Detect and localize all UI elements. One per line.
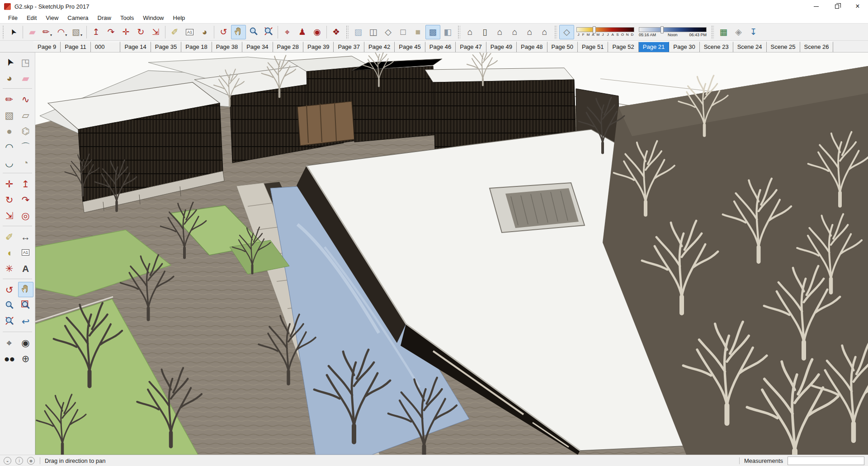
scene-tab-scene-26[interactable]: Scene 26: [800, 42, 834, 52]
arc-tool-button[interactable]: ◠: [2, 139, 17, 154]
position-camera-tool-button[interactable]: ⌖: [2, 335, 17, 350]
previous-view-tool-button[interactable]: ↩: [18, 314, 33, 329]
shadows-toggle-button[interactable]: ◇: [559, 25, 574, 39]
dropdown-arrow-icon[interactable]: ▾: [80, 33, 82, 39]
eraser-tool-button[interactable]: ▰: [25, 25, 40, 39]
style-hidden-line-button[interactable]: □: [396, 25, 410, 39]
rotate-tool-button[interactable]: ↻: [133, 25, 148, 39]
toggle-terrain-button[interactable]: ◈: [731, 25, 746, 39]
orbit-tool-button[interactable]: ↺: [2, 282, 17, 297]
scene-tab-scene-24[interactable]: Scene 24: [733, 42, 767, 52]
scene-tab-page-14[interactable]: Page 14: [120, 42, 151, 52]
three-point-arc-tool-button[interactable]: ◡: [2, 155, 17, 170]
menu-draw[interactable]: Draw: [93, 13, 116, 24]
scene-tab-000[interactable]: 000: [91, 42, 121, 52]
rotated-rectangle-tool-button[interactable]: ▱: [18, 107, 33, 123]
paint-bucket-tool-button[interactable]: ◕: [2, 70, 17, 86]
scene-tab-page-21[interactable]: Page 21: [639, 42, 669, 52]
scene-tab-page-49[interactable]: Page 49: [486, 42, 517, 52]
scene-tab-page-45[interactable]: Page 45: [395, 42, 425, 52]
menu-view[interactable]: View: [41, 13, 63, 24]
follow-me-tool-button[interactable]: ↷: [104, 25, 118, 39]
rotate-tool-button[interactable]: ↻: [2, 192, 17, 207]
photo-textures-button[interactable]: ↧: [746, 25, 761, 39]
view-iso-button[interactable]: ⌂: [462, 25, 477, 39]
view-left-button[interactable]: ⌂: [537, 25, 552, 39]
line-tool-button[interactable]: ✏▾: [40, 25, 55, 39]
style-wireframe-button[interactable]: ◇: [381, 25, 396, 39]
shadow-time-slider[interactable]: 05:16 AM Noon 06:43 PM: [639, 27, 707, 37]
dimension-tool-button[interactable]: ↔: [18, 229, 33, 244]
scene-tab-page-35[interactable]: Page 35: [151, 42, 181, 52]
follow-me-tool-button[interactable]: ↷: [18, 192, 33, 207]
view-right-button[interactable]: ⌂: [507, 25, 522, 39]
scene-tab-page-11[interactable]: Page 11: [61, 42, 90, 52]
pie-tool-button[interactable]: ◔: [18, 155, 33, 170]
add-location-button[interactable]: ▦: [716, 25, 731, 39]
look-around-tool-button[interactable]: ◉: [310, 25, 325, 39]
text-tool-button[interactable]: A1: [182, 25, 197, 39]
rectangle-tool-button[interactable]: ▧▾: [70, 25, 85, 39]
scene-tab-page-38[interactable]: Page 38: [212, 42, 242, 52]
zoom-tool-button[interactable]: [246, 25, 261, 39]
eraser-tool-button[interactable]: ▰: [18, 70, 33, 86]
scene-tab-page-39[interactable]: Page 39: [303, 42, 334, 52]
info-status-icon[interactable]: i: [15, 457, 23, 465]
shadow-date-thumb[interactable]: [593, 26, 596, 33]
tape-measure-tool-button[interactable]: ✐: [167, 25, 182, 39]
pan-tool-button[interactable]: [18, 282, 33, 297]
scene-tab-page-30[interactable]: Page 30: [669, 42, 699, 52]
red-gem-tool-button[interactable]: ❖: [329, 25, 344, 39]
menu-edit[interactable]: Edit: [22, 13, 41, 24]
axes-tool-button[interactable]: ✳: [2, 261, 17, 276]
scene-tab-page-48[interactable]: Page 48: [517, 42, 547, 52]
freehand-tool-button[interactable]: ∿: [18, 91, 33, 107]
scene-tab-page-34[interactable]: Page 34: [242, 42, 273, 52]
text-tool-button[interactable]: A1: [18, 245, 33, 260]
view-top-button[interactable]: ▯: [477, 25, 492, 39]
arc-tool-button[interactable]: ◠▾: [55, 25, 70, 39]
walk-tool-button[interactable]: ♟: [295, 25, 310, 39]
protractor-tool-button[interactable]: ◖: [2, 245, 17, 260]
offset-tool-button[interactable]: ◎: [18, 208, 33, 223]
menu-file[interactable]: File: [4, 13, 22, 24]
two-point-arc-tool-button[interactable]: ⌒: [18, 139, 33, 154]
circle-tool-button[interactable]: ●: [2, 123, 17, 138]
select-tool-button[interactable]: ➤: [2, 54, 17, 70]
shadow-time-thumb[interactable]: [660, 26, 664, 33]
view-front-button[interactable]: ⌂: [492, 25, 507, 39]
push-pull-tool-button[interactable]: ↥: [18, 176, 33, 191]
geolocation-status-icon[interactable]: ◒: [4, 457, 11, 465]
line-tool-button[interactable]: ✏: [2, 91, 17, 107]
scene-tab-page-37[interactable]: Page 37: [334, 42, 364, 52]
scene-tab-page-51[interactable]: Page 51: [578, 42, 608, 52]
polygon-tool-button[interactable]: ⌬: [18, 123, 33, 138]
push-pull-tool-button[interactable]: ↥: [89, 25, 104, 39]
position-camera-tool-button[interactable]: ⌖: [280, 25, 295, 39]
scale-tool-button[interactable]: ⇲: [148, 25, 163, 39]
scene-tab-page-52[interactable]: Page 52: [608, 42, 638, 52]
scene-tab-page-46[interactable]: Page 46: [425, 42, 456, 52]
pan-tool-button[interactable]: [231, 25, 246, 39]
scene-tab-page-47[interactable]: Page 47: [456, 42, 486, 52]
scene-tab-page-18[interactable]: Page 18: [181, 42, 212, 52]
dropdown-arrow-icon[interactable]: ▾: [65, 33, 67, 39]
scene-tab-page-9[interactable]: Page 9: [33, 42, 61, 52]
scene-tab-page-42[interactable]: Page 42: [364, 42, 395, 52]
make-component-tool-button[interactable]: ◳: [18, 54, 33, 70]
menu-window[interactable]: Window: [138, 13, 168, 24]
zoom-tool-button[interactable]: [2, 298, 17, 313]
account-status-icon[interactable]: ☻: [27, 457, 35, 465]
dropdown-arrow-icon[interactable]: ▾: [50, 33, 52, 39]
paint-bucket-tool-button[interactable]: ◕: [197, 25, 212, 39]
close-button[interactable]: ×: [847, 0, 868, 13]
menu-tools[interactable]: Tools: [116, 13, 138, 24]
rectangle-tool-button[interactable]: ▧: [2, 107, 17, 123]
scene-tab-scene-23[interactable]: Scene 23: [700, 42, 733, 52]
restore-button[interactable]: [826, 0, 847, 13]
move-tool-button[interactable]: ✛: [2, 176, 17, 191]
zoom-extents-tool-button[interactable]: [2, 314, 17, 329]
style-monochrome-button[interactable]: ◧: [440, 25, 455, 39]
scene-tab-scene-25[interactable]: Scene 25: [767, 42, 800, 52]
style-xray-button[interactable]: ▨: [351, 25, 366, 39]
